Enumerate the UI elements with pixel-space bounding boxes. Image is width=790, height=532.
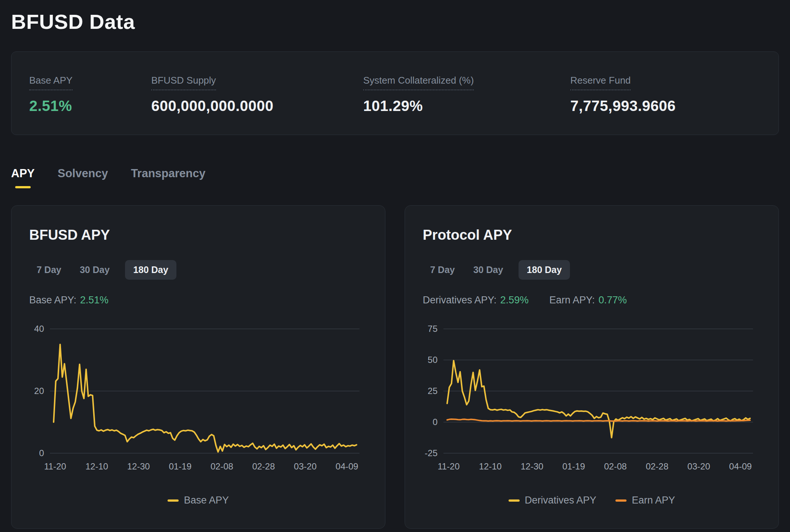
svg-text:04-09: 04-09 bbox=[729, 461, 752, 471]
tab-apy-label: APY bbox=[11, 167, 35, 180]
svg-text:12-30: 12-30 bbox=[521, 461, 543, 471]
svg-text:25: 25 bbox=[428, 386, 438, 396]
stat-system-collateralized: System Collateralized (%) 101.29% bbox=[363, 75, 570, 135]
svg-text:12-30: 12-30 bbox=[127, 461, 150, 471]
protocol-apy-period-selector: 7 Day 30 Day 180 Day bbox=[427, 260, 761, 280]
stat-label-system-collateralized[interactable]: System Collateralized (%) bbox=[363, 75, 474, 90]
bfusd-data-page: BFUSD Data Base APY 2.51% BFUSD Supply 6… bbox=[0, 0, 790, 529]
svg-text:-25: -25 bbox=[425, 448, 438, 458]
derivatives-apy-legend-dash-icon bbox=[509, 499, 520, 502]
svg-text:01-19: 01-19 bbox=[562, 461, 585, 471]
derivatives-apy-legend-label: Derivatives APY bbox=[525, 495, 597, 506]
svg-text:03-20: 03-20 bbox=[688, 461, 710, 471]
svg-text:20: 20 bbox=[34, 386, 44, 396]
svg-text:03-20: 03-20 bbox=[294, 461, 317, 471]
svg-text:02-08: 02-08 bbox=[210, 461, 233, 471]
bfusd-apy-period-180day[interactable]: 180 Day bbox=[125, 260, 176, 280]
bfusd-apy-legend: Base APY bbox=[29, 495, 367, 506]
stat-base-apy: Base APY 2.51% bbox=[29, 75, 151, 135]
earn-apy-caption-value: 0.77% bbox=[598, 294, 627, 306]
protocol-apy-caption: Derivatives APY:2.59% Earn APY:0.77% bbox=[423, 294, 761, 306]
bfusd-apy-caption: Base APY:2.51% bbox=[29, 294, 367, 306]
stat-value-system-collateralized: 101.29% bbox=[363, 98, 570, 114]
base-apy-legend-label: Base APY bbox=[184, 495, 229, 506]
svg-text:01-19: 01-19 bbox=[169, 461, 191, 471]
svg-text:11-20: 11-20 bbox=[438, 461, 460, 471]
earn-apy-legend-dash-icon bbox=[615, 499, 627, 502]
svg-text:50: 50 bbox=[428, 355, 438, 365]
protocol-apy-period-30day[interactable]: 30 Day bbox=[470, 260, 506, 280]
base-apy-legend-dash-icon bbox=[168, 499, 179, 502]
svg-text:04-09: 04-09 bbox=[335, 461, 358, 471]
derivatives-apy-caption-value: 2.59% bbox=[500, 294, 529, 306]
protocol-apy-chart[interactable]: -25025507511-2012-1012-3001-1902-0802-28… bbox=[423, 310, 760, 477]
bfusd-apy-card-title: BFUSD APY bbox=[29, 227, 367, 243]
bfusd-apy-period-7day[interactable]: 7 Day bbox=[34, 260, 64, 280]
bfusd-apy-card: BFUSD APY 7 Day 30 Day 180 Day Base APY:… bbox=[11, 205, 385, 529]
protocol-apy-card-title: Protocol APY bbox=[423, 227, 761, 243]
tab-active-underline bbox=[15, 186, 31, 188]
tab-solvency[interactable]: Solvency bbox=[58, 167, 108, 180]
svg-text:40: 40 bbox=[34, 324, 44, 334]
svg-text:75: 75 bbox=[428, 324, 438, 334]
bfusd-apy-period-selector: 7 Day 30 Day 180 Day bbox=[34, 260, 367, 280]
legend-item-base-apy[interactable]: Base APY bbox=[168, 495, 229, 506]
svg-text:0: 0 bbox=[39, 448, 44, 458]
protocol-apy-period-7day[interactable]: 7 Day bbox=[427, 260, 458, 280]
svg-text:02-08: 02-08 bbox=[604, 461, 627, 471]
tab-transparency[interactable]: Transparency bbox=[131, 167, 206, 180]
stat-label-bfusd-supply[interactable]: BFUSD Supply bbox=[151, 75, 216, 90]
section-tabs: APY Solvency Transparency bbox=[11, 167, 779, 188]
bfusd-apy-chart[interactable]: 0204011-2012-1012-3001-1902-0802-2803-20… bbox=[29, 310, 366, 477]
derivatives-apy-caption-label: Derivatives APY: bbox=[423, 294, 497, 306]
stat-label-reserve-fund[interactable]: Reserve Fund bbox=[570, 75, 631, 90]
base-apy-caption-label: Base APY: bbox=[29, 294, 77, 306]
stat-value-base-apy: 2.51% bbox=[29, 98, 151, 114]
protocol-apy-card: Protocol APY 7 Day 30 Day 180 Day Deriva… bbox=[405, 205, 779, 529]
svg-text:02-28: 02-28 bbox=[252, 461, 275, 471]
stat-value-bfusd-supply: 600,000,000.0000 bbox=[151, 98, 363, 114]
stat-value-reserve-fund: 7,775,993.9606 bbox=[570, 98, 779, 114]
base-apy-caption-value: 2.51% bbox=[80, 294, 109, 306]
bfusd-apy-period-30day[interactable]: 30 Day bbox=[77, 260, 113, 280]
stat-bfusd-supply: BFUSD Supply 600,000,000.0000 bbox=[151, 75, 363, 135]
protocol-apy-period-180day[interactable]: 180 Day bbox=[519, 260, 570, 280]
earn-apy-caption-label: Earn APY: bbox=[549, 294, 595, 306]
stat-label-base-apy[interactable]: Base APY bbox=[29, 75, 72, 90]
stats-summary-card: Base APY 2.51% BFUSD Supply 600,000,000.… bbox=[11, 51, 779, 135]
svg-text:12-10: 12-10 bbox=[479, 461, 502, 471]
protocol-apy-legend: Derivatives APY Earn APY bbox=[423, 495, 761, 506]
charts-row: BFUSD APY 7 Day 30 Day 180 Day Base APY:… bbox=[11, 205, 779, 529]
svg-text:11-20: 11-20 bbox=[44, 461, 66, 471]
legend-item-earn-apy[interactable]: Earn APY bbox=[615, 495, 675, 506]
tab-solvency-label: Solvency bbox=[58, 167, 108, 180]
tab-transparency-label: Transparency bbox=[131, 167, 206, 180]
tab-apy[interactable]: APY bbox=[11, 167, 35, 188]
svg-text:12-10: 12-10 bbox=[85, 461, 108, 471]
earn-apy-legend-label: Earn APY bbox=[632, 495, 675, 506]
svg-text:0: 0 bbox=[433, 417, 438, 427]
page-title: BFUSD Data bbox=[11, 10, 779, 34]
legend-item-derivatives-apy[interactable]: Derivatives APY bbox=[509, 495, 597, 506]
stat-reserve-fund: Reserve Fund 7,775,993.9606 bbox=[570, 75, 779, 135]
svg-text:02-28: 02-28 bbox=[646, 461, 668, 471]
